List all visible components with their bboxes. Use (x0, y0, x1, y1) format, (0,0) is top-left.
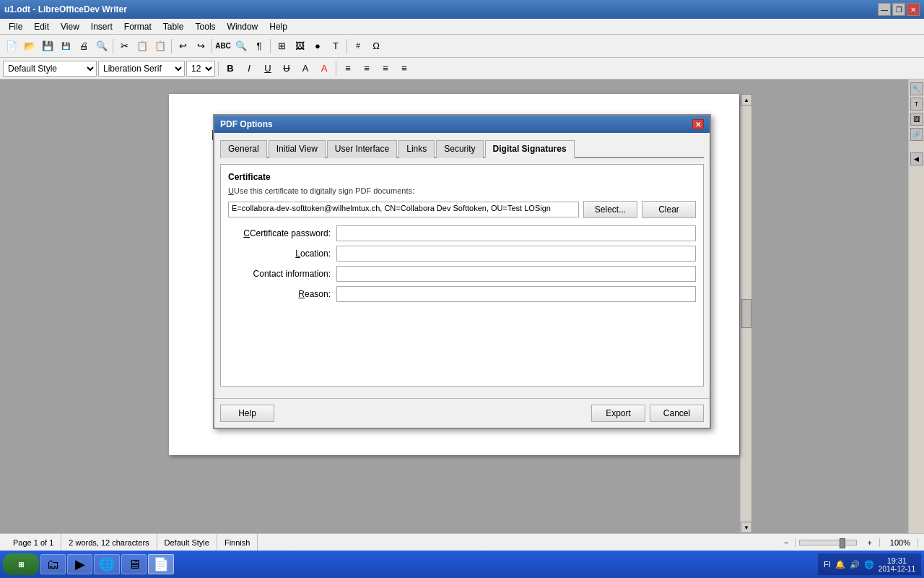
print-preview-btn[interactable]: 🔍 (93, 38, 110, 55)
pagenum-btn[interactable]: # (349, 38, 367, 55)
taskbar-app-2[interactable]: ▶ (67, 554, 92, 574)
main-toolbar: 📄 📂 💾 💾 🖨 🔍 ✂ 📋 📋 ↩ ↪ ABC 🔍 ¶ ⊞ 🖼 ● T # … (0, 35, 924, 58)
special-char-btn[interactable]: Ω (367, 38, 385, 55)
formatting-toolbar: Default Style Liberation Serif 12 B I U … (0, 58, 924, 79)
save-remote-btn[interactable]: 💾 (57, 38, 74, 55)
tab-general[interactable]: General (220, 140, 267, 158)
menu-format[interactable]: Format (118, 20, 157, 33)
paste-btn[interactable]: 📋 (152, 38, 169, 55)
tray-lang: FI (824, 560, 831, 569)
size-dropdown[interactable]: 12 (186, 61, 215, 77)
menu-table[interactable]: Table (157, 20, 190, 33)
cut-btn[interactable]: ✂ (116, 38, 133, 55)
pdf-options-dialog[interactable]: PDF Options ✕ General Initial View User … (213, 114, 711, 429)
chart-btn[interactable]: ● (309, 38, 326, 55)
certificate-password-input[interactable] (336, 225, 696, 241)
zoom-area: − + 100% (777, 538, 918, 547)
menu-insert[interactable]: Insert (85, 20, 118, 33)
language-info: Finnish (217, 534, 258, 551)
style-dropdown[interactable]: Default Style (3, 61, 97, 77)
taskbar-app-3[interactable]: 🌐 (94, 554, 120, 574)
menu-tools[interactable]: Tools (190, 20, 222, 33)
location-input[interactable] (336, 246, 696, 262)
align-right-btn[interactable]: ≡ (377, 60, 394, 77)
strikethrough-btn[interactable]: U (278, 60, 295, 77)
table-btn[interactable]: ⊞ (273, 38, 290, 55)
taskbar-app-4[interactable]: 🖥 (121, 554, 147, 574)
align-center-btn[interactable]: ≡ (358, 60, 375, 77)
tab-initial-view[interactable]: Initial View (269, 140, 326, 158)
font-dropdown[interactable]: Liberation Serif (98, 61, 185, 77)
taskbar-writer[interactable]: 📄 (148, 554, 174, 574)
scroll-up[interactable]: ▲ (741, 94, 752, 105)
select-certificate-button[interactable]: Select... (583, 201, 637, 218)
empty-space (228, 306, 696, 379)
copy-btn[interactable]: 📋 (134, 38, 151, 55)
close-button[interactable]: ✕ (907, 3, 920, 16)
cancel-button[interactable]: Cancel (650, 405, 704, 422)
sep5 (346, 39, 347, 53)
undo-btn[interactable]: ↩ (174, 38, 191, 55)
contact-input[interactable] (336, 266, 696, 282)
zoom-thumb[interactable] (840, 538, 845, 548)
minimize-button[interactable]: — (878, 3, 891, 16)
export-button[interactable]: Export (591, 405, 645, 422)
taskbar-app-1[interactable]: 🗂 (40, 554, 66, 574)
new-btn[interactable]: 📄 (3, 38, 20, 55)
print-btn[interactable]: 🖨 (75, 38, 92, 55)
sep4 (270, 39, 271, 53)
maximize-button[interactable]: ❐ (892, 3, 905, 16)
start-button[interactable]: ⊞ (3, 553, 39, 575)
open-btn[interactable]: 📂 (21, 38, 38, 55)
menu-help[interactable]: Help (263, 20, 293, 33)
menu-edit[interactable]: Edit (28, 20, 55, 33)
sidebar-btn-5[interactable]: ◀ (910, 152, 923, 165)
align-justify-btn[interactable]: ≡ (396, 60, 413, 77)
tray-icon-3: 🌐 (864, 560, 874, 569)
font-color-btn[interactable]: A (315, 60, 333, 77)
tray-icon-1: 🔔 (835, 560, 845, 569)
italic-btn[interactable]: I (240, 60, 258, 77)
scroll-down[interactable]: ▼ (741, 522, 752, 533)
reason-input[interactable] (336, 286, 696, 302)
clear-certificate-button[interactable]: Clear (642, 201, 696, 218)
shadow-btn[interactable]: A (297, 60, 314, 77)
scroll-thumb[interactable] (741, 299, 751, 328)
tab-security[interactable]: Security (436, 140, 483, 158)
tab-user-interface[interactable]: User Interface (327, 140, 397, 158)
menu-window[interactable]: Window (222, 20, 264, 33)
zoom-level: 100% (883, 538, 918, 547)
tab-digital-signatures[interactable]: Digital Signatures (485, 140, 575, 158)
align-left-btn[interactable]: ≡ (339, 60, 357, 77)
sidebar-btn-4[interactable]: 🔗 (910, 128, 923, 141)
format-marks-btn[interactable]: ¶ (250, 38, 268, 55)
left-buttons: Help (220, 405, 274, 422)
find-btn[interactable]: 🔍 (232, 38, 250, 55)
style-info: Default Style (157, 534, 217, 551)
textbox-btn[interactable]: T (327, 38, 344, 55)
certificate-section: Certificate UUse this certificate to dig… (220, 164, 704, 387)
sidebar-btn-3[interactable]: 🖼 (910, 113, 923, 126)
date-display: 2014-12-11 (879, 565, 915, 573)
help-button[interactable]: Help (220, 405, 274, 422)
menu-file[interactable]: File (3, 20, 28, 33)
zoom-out-btn[interactable]: − (777, 538, 796, 547)
image-btn[interactable]: 🖼 (291, 38, 308, 55)
sidebar-btn-2[interactable]: T (910, 98, 923, 111)
tab-links[interactable]: Links (398, 140, 435, 158)
underline-btn[interactable]: U (259, 60, 276, 77)
menu-view[interactable]: View (55, 20, 85, 33)
spellcheck-btn[interactable]: ABC (214, 38, 232, 55)
save-btn[interactable]: 💾 (39, 38, 56, 55)
zoom-in-btn[interactable]: + (860, 538, 879, 547)
dialog-tabs: General Initial View User Interface Link… (220, 139, 704, 158)
scrollbar-vertical[interactable]: ▲ ▼ (740, 94, 751, 533)
redo-btn[interactable]: ↪ (192, 38, 209, 55)
bold-btn[interactable]: B (222, 60, 239, 77)
dialog-close-button[interactable]: ✕ (692, 119, 704, 129)
dialog-titlebar: PDF Options ✕ (214, 116, 710, 133)
sidebar-btn-1[interactable]: 🔧 (910, 82, 923, 95)
zoom-slider[interactable] (799, 540, 857, 545)
dialog-content: General Initial View User Interface Link… (214, 133, 710, 398)
sep3 (212, 39, 212, 53)
